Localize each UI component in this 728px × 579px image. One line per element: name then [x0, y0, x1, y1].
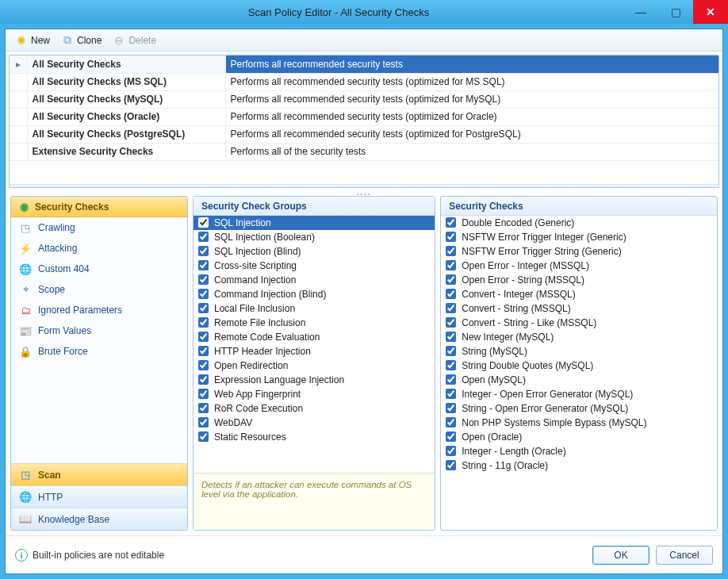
group-row[interactable]: Cross-site Scripting: [193, 259, 435, 273]
check-checkbox[interactable]: [446, 317, 456, 328]
group-row[interactable]: Open Redirection: [193, 359, 435, 373]
check-row[interactable]: Convert - String (MSSQL): [441, 301, 717, 316]
check-checkbox[interactable]: [446, 289, 456, 299]
check-row[interactable]: String - Open Error Generator (MySQL): [441, 401, 717, 416]
policy-row[interactable]: All Security Checks (Oracle)Performs all…: [10, 108, 718, 125]
ok-button[interactable]: OK: [592, 546, 649, 565]
group-checkbox[interactable]: [198, 431, 209, 442]
group-checkbox[interactable]: [198, 274, 209, 285]
group-row[interactable]: SQL Injection (Blind): [193, 244, 435, 259]
check-checkbox[interactable]: [446, 260, 456, 270]
policy-row[interactable]: ▸All Security ChecksPerforms all recomme…: [10, 56, 718, 73]
check-row[interactable]: Open Error - Integer (MSSQL): [441, 259, 717, 273]
clone-button[interactable]: ⧉ Clone: [56, 33, 106, 48]
minimize-button[interactable]: —: [623, 0, 658, 24]
sidebar-item-label: Custom 404: [38, 263, 90, 274]
check-row[interactable]: Open (MySQL): [441, 373, 717, 387]
group-row[interactable]: SQL Injection: [193, 216, 435, 230]
check-checkbox[interactable]: [446, 389, 456, 399]
row-indicator: [10, 125, 27, 143]
group-row[interactable]: Local File Inclusion: [193, 301, 435, 316]
group-checkbox[interactable]: [198, 317, 209, 328]
group-checkbox[interactable]: [198, 389, 209, 399]
check-row[interactable]: Open Error - String (MSSQL): [441, 273, 717, 287]
policy-row[interactable]: Extensive Security ChecksPerforms all of…: [10, 143, 718, 160]
check-checkbox[interactable]: [446, 360, 456, 370]
check-checkbox[interactable]: [446, 403, 456, 413]
sidebar-section[interactable]: 🌐HTTP: [11, 485, 187, 508]
check-row[interactable]: New Integer (MySQL): [441, 330, 717, 344]
delete-button[interactable]: ⊖ Delete: [108, 33, 161, 48]
check-row[interactable]: Convert - String - Like (MSSQL): [441, 316, 717, 330]
sidebar-item[interactable]: ⌖Scope: [11, 279, 187, 300]
group-checkbox[interactable]: [198, 289, 209, 299]
check-row[interactable]: Integer - Open Error Generator (MySQL): [441, 387, 717, 401]
sidebar-item-label: Ignored Parameters: [38, 305, 122, 316]
check-checkbox[interactable]: [446, 446, 456, 456]
group-row[interactable]: Web App Fingerprint: [193, 387, 435, 401]
sidebar-section[interactable]: ◳Scan: [11, 463, 187, 485]
check-checkbox[interactable]: [446, 332, 456, 342]
group-checkbox[interactable]: [198, 346, 209, 356]
check-row[interactable]: Open (Oracle): [441, 430, 717, 444]
group-row[interactable]: Static Resources: [193, 430, 435, 444]
new-button[interactable]: ✺ New: [10, 33, 55, 48]
group-checkbox[interactable]: [198, 260, 209, 270]
check-row[interactable]: Integer - Length (Oracle): [441, 444, 717, 458]
group-checkbox[interactable]: [198, 403, 209, 413]
sidebar-section[interactable]: 📖Knowledge Base: [11, 508, 187, 530]
group-checkbox[interactable]: [198, 417, 209, 428]
policy-row[interactable]: All Security Checks (MS SQL)Performs all…: [10, 73, 718, 90]
check-checkbox[interactable]: [446, 217, 456, 228]
group-checkbox[interactable]: [198, 232, 209, 242]
check-checkbox[interactable]: [446, 417, 456, 428]
sidebar-header[interactable]: ◉ Security Checks: [11, 197, 187, 217]
check-checkbox[interactable]: [446, 431, 456, 442]
check-row[interactable]: NSFTW Error Trigger String (Generic): [441, 244, 717, 259]
policy-row[interactable]: All Security Checks (MySQL)Performs all …: [10, 90, 718, 108]
groups-list[interactable]: SQL InjectionSQL Injection (Boolean)SQL …: [193, 216, 435, 473]
sidebar-item[interactable]: ⚡Attacking: [11, 238, 187, 259]
check-checkbox[interactable]: [446, 246, 456, 256]
check-row[interactable]: Double Encoded (Generic): [441, 216, 717, 230]
sidebar-item[interactable]: 🔒Brute Force: [11, 341, 187, 362]
check-checkbox[interactable]: [446, 274, 456, 285]
group-checkbox[interactable]: [198, 217, 209, 228]
check-row[interactable]: NSFTW Error Trigger Integer (Generic): [441, 230, 717, 244]
group-row[interactable]: Remote File Inclusion: [193, 316, 435, 330]
checks-list[interactable]: Double Encoded (Generic)NSFTW Error Trig…: [441, 216, 717, 473]
group-row[interactable]: Remote Code Evaluation: [193, 330, 435, 344]
check-checkbox[interactable]: [446, 460, 456, 470]
grid-resize-handle[interactable]: [10, 184, 718, 187]
policy-row[interactable]: All Security Checks (PostgreSQL)Performs…: [10, 125, 718, 143]
group-checkbox[interactable]: [198, 246, 209, 256]
policy-desc: Performs all recommended security tests …: [225, 108, 718, 125]
group-row[interactable]: Expression Language Injection: [193, 373, 435, 387]
group-checkbox[interactable]: [198, 374, 209, 385]
group-row[interactable]: SQL Injection (Boolean): [193, 230, 435, 244]
sidebar-item[interactable]: ◳Crawling: [11, 217, 187, 238]
check-checkbox[interactable]: [446, 374, 456, 385]
check-row[interactable]: Convert - Integer (MSSQL): [441, 287, 717, 301]
cancel-button[interactable]: Cancel: [656, 546, 713, 565]
check-row[interactable]: String Double Quotes (MySQL): [441, 359, 717, 373]
sidebar-item[interactable]: 📰Form Values: [11, 320, 187, 341]
group-row[interactable]: Command Injection (Blind): [193, 287, 435, 301]
group-row[interactable]: RoR Code Execution: [193, 401, 435, 416]
check-checkbox[interactable]: [446, 303, 456, 313]
group-row[interactable]: Command Injection: [193, 273, 435, 287]
group-row[interactable]: HTTP Header Injection: [193, 344, 435, 359]
check-checkbox[interactable]: [446, 346, 456, 356]
check-checkbox[interactable]: [446, 232, 456, 242]
check-row[interactable]: String - 11g (Oracle): [441, 458, 717, 473]
group-row[interactable]: WebDAV: [193, 416, 435, 430]
sidebar-item[interactable]: 🗂Ignored Parameters: [11, 300, 187, 320]
group-checkbox[interactable]: [198, 303, 209, 313]
group-checkbox[interactable]: [198, 332, 209, 342]
check-row[interactable]: Non PHP Systems Simple Bypass (MySQL): [441, 416, 717, 430]
maximize-button[interactable]: ▢: [658, 0, 693, 24]
sidebar-item[interactable]: 🌐Custom 404: [11, 259, 187, 279]
group-checkbox[interactable]: [198, 360, 209, 370]
close-button[interactable]: ✕: [693, 0, 728, 24]
check-row[interactable]: String (MySQL): [441, 344, 717, 359]
